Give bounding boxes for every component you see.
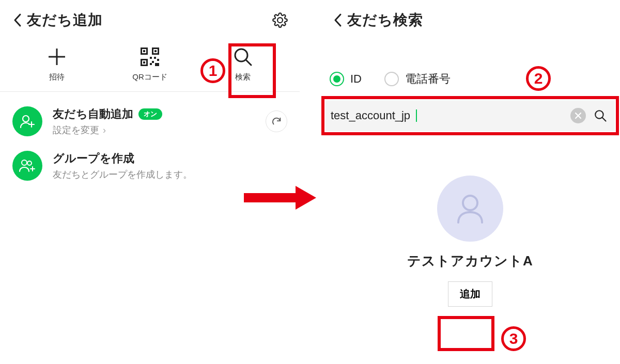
radio-id[interactable]: ID	[330, 72, 362, 86]
search-submit[interactable]	[591, 108, 610, 123]
svg-rect-12	[154, 57, 156, 59]
gear-icon	[272, 12, 288, 28]
svg-rect-13	[157, 59, 159, 61]
text-caret	[416, 109, 417, 122]
svg-rect-15	[150, 63, 152, 65]
page-title-left: 友だち追加	[27, 10, 270, 30]
svg-line-18	[246, 60, 251, 65]
group-icon-bg	[12, 151, 42, 181]
auto-add-subtitle: 設定を変更	[53, 125, 99, 135]
add-friend-button[interactable]: 追加	[448, 281, 492, 307]
invite-label: 招待	[49, 72, 65, 82]
search-label: 検索	[235, 72, 251, 82]
svg-point-23	[27, 161, 32, 165]
svg-rect-7	[154, 50, 157, 52]
svg-rect-16	[155, 63, 159, 66]
auto-add-title: 友だち自動追加	[53, 106, 133, 122]
chevron-left-icon	[13, 12, 23, 28]
group-subtitle: 友だちとグループを作成します。	[53, 168, 287, 181]
friend-options-list: 友だち自動追加 オン 設定を変更 ›	[0, 92, 300, 195]
svg-rect-4	[143, 50, 145, 52]
search-field-wrap: test_account_jp	[326, 100, 615, 131]
search-icon	[233, 46, 253, 67]
qr-cell[interactable]: QRコード	[103, 44, 196, 82]
radio-id-label: ID	[350, 72, 362, 86]
header-right: 友だち検索	[320, 0, 620, 40]
invite-cell[interactable]: 招待	[10, 44, 103, 82]
group-title: グループを作成	[53, 151, 134, 166]
search-text: test_account_jp	[331, 109, 410, 122]
clear-button[interactable]	[570, 108, 586, 123]
search-result: テストアカウントA 追加	[320, 176, 620, 307]
refresh-button[interactable]	[266, 110, 287, 132]
svg-rect-26	[244, 193, 296, 202]
search-type-radios: ID 電話番号	[320, 40, 620, 96]
svg-rect-10	[143, 61, 145, 64]
svg-point-22	[22, 160, 27, 165]
radio-dot-on	[330, 72, 344, 86]
svg-line-31	[602, 118, 606, 121]
search-field[interactable]: test_account_jp	[326, 100, 615, 131]
qr-icon	[141, 48, 159, 66]
back-button-right[interactable]	[330, 12, 347, 28]
settings-button[interactable]	[270, 12, 290, 28]
row-auto-add[interactable]: 友だち自動追加 オン 設定を変更 ›	[0, 99, 300, 144]
back-button[interactable]	[9, 12, 27, 28]
group-add-icon	[19, 157, 36, 174]
search-icon	[593, 108, 608, 123]
screen-search-friends: 友だち検索 ID 電話番号 test_account_jp	[320, 0, 620, 364]
radio-dot-off	[384, 72, 399, 86]
auto-add-badge: オン	[138, 108, 162, 120]
radio-phone[interactable]: 電話番号	[384, 71, 451, 87]
person-add-icon	[19, 113, 36, 130]
qr-label: QRコード	[132, 72, 167, 82]
add-method-row: 招待 QRコード 検索	[0, 40, 300, 91]
auto-add-icon-bg	[12, 106, 42, 136]
screen-add-friends: 友だち追加 招待	[0, 0, 300, 364]
person-icon	[452, 191, 488, 227]
header-left: 友だち追加	[0, 0, 300, 40]
chevron-right-icon: ›	[100, 125, 106, 135]
svg-rect-11	[150, 57, 152, 59]
arrow-right-icon	[244, 186, 316, 210]
result-avatar	[437, 176, 503, 242]
flow-arrow	[244, 186, 316, 210]
svg-marker-27	[296, 186, 316, 210]
plus-icon	[47, 46, 67, 67]
chevron-left-icon	[333, 12, 344, 28]
svg-point-32	[463, 196, 477, 210]
page-title-right: 友だち検索	[347, 10, 611, 30]
radio-phone-label: 電話番号	[405, 71, 451, 87]
result-name: テストアカウントA	[407, 252, 533, 270]
search-cell[interactable]: 検索	[196, 44, 289, 82]
svg-rect-14	[152, 61, 154, 63]
row-create-group[interactable]: グループを作成 友だちとグループを作成します。	[0, 144, 300, 188]
svg-point-19	[23, 116, 29, 122]
refresh-icon	[271, 116, 282, 127]
close-icon	[575, 112, 582, 119]
